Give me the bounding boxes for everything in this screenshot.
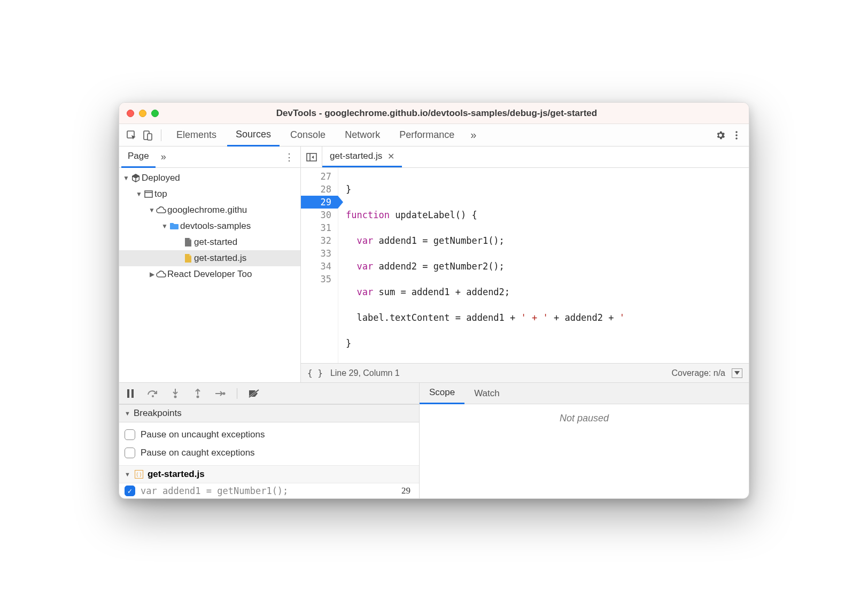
breakpoint-file-header[interactable]: ▼ ⟨⟩ get-started.js — [119, 465, 419, 483]
js-file-icon — [182, 253, 194, 263]
debugger-left: ▼ Breakpoints Pause on uncaught exceptio… — [119, 383, 420, 498]
breakpoint-code: var addend1 = getNumber1(); — [141, 486, 288, 496]
file-tab-get-started-js[interactable]: get-started.js ✕ — [322, 147, 402, 167]
breakpoint-entry[interactable]: ✓ var addend1 = getNumber1(); 29 — [119, 483, 419, 498]
collapse-arrow-icon: ▶ — [148, 271, 156, 278]
editor-panel: get-started.js ✕ 27 28 29 30 31 32 33 34… — [301, 147, 749, 382]
breakpoint-line-number: 29 — [401, 486, 414, 496]
more-tabs-chevron-icon[interactable]: » — [465, 129, 482, 141]
tree-label: get-started.js — [194, 253, 246, 264]
deactivate-breakpoints-icon[interactable] — [248, 388, 260, 399]
expand-arrow-icon: ▼ — [161, 222, 168, 230]
line-gutter[interactable]: 27 28 29 30 31 32 33 34 35 — [301, 168, 338, 363]
breakpoint-file-icon: ⟨⟩ — [135, 470, 143, 479]
tab-sources[interactable]: Sources — [227, 124, 280, 147]
settings-gear-icon[interactable] — [714, 128, 727, 142]
svg-point-12 — [152, 395, 154, 397]
tree-label: devtools-samples — [180, 221, 251, 232]
editor-tabs: get-started.js ✕ — [301, 147, 749, 168]
tree-node-domain[interactable]: ▼ googlechrome.githu — [119, 202, 300, 218]
tree-node-folder[interactable]: ▼ devtools-samples — [119, 218, 300, 234]
debugger-panel: ▼ Breakpoints Pause on uncaught exceptio… — [119, 382, 749, 498]
pause-uncaught-row[interactable]: Pause on uncaught exceptions — [125, 426, 414, 444]
more-navigator-tabs-icon[interactable]: » — [156, 151, 172, 163]
checkbox-caught[interactable] — [125, 448, 135, 458]
tab-network[interactable]: Network — [336, 124, 389, 147]
coverage-dropdown-icon[interactable] — [732, 368, 742, 378]
code-content[interactable]: } function updateLabel() { var addend1 =… — [338, 168, 749, 363]
scope-tabs: Scope Watch — [420, 383, 749, 404]
expand-arrow-icon: ▼ — [148, 206, 156, 214]
step-into-icon[interactable] — [169, 388, 181, 399]
deployed-icon — [130, 173, 142, 183]
file-tab-label: get-started.js — [330, 151, 382, 161]
expand-arrow-icon: ▼ — [122, 174, 130, 182]
tree-node-deployed[interactable]: ▼ Deployed — [119, 170, 300, 186]
debugger-controls — [119, 383, 419, 404]
svg-point-3 — [735, 131, 738, 133]
divider — [161, 129, 161, 141]
collapse-arrow-icon: ▼ — [125, 471, 130, 477]
svg-point-5 — [735, 137, 738, 140]
breakpoints-title: Breakpoints — [134, 408, 182, 419]
collapse-arrow-icon: ▼ — [125, 410, 130, 417]
navigator-panel: Page » ⋮ ▼ Deployed ▼ top ▼ goog — [119, 147, 301, 382]
step-out-icon[interactable] — [192, 388, 204, 399]
debugger-right: Scope Watch Not paused — [420, 383, 749, 498]
kebab-menu-icon[interactable] — [730, 128, 743, 142]
devtools-window: DevTools - googlechrome.github.io/devtoo… — [119, 102, 749, 499]
code-editor[interactable]: 27 28 29 30 31 32 33 34 35 } function up… — [301, 168, 749, 363]
tree-label: React Developer Too — [167, 269, 252, 280]
tree-node-react[interactable]: ▶ React Developer Too — [119, 266, 300, 282]
frame-icon — [143, 190, 154, 198]
tree-label: top — [154, 189, 167, 199]
content-area: Page » ⋮ ▼ Deployed ▼ top ▼ goog — [119, 147, 749, 382]
tab-elements[interactable]: Elements — [168, 124, 225, 147]
titlebar: DevTools - googlechrome.github.io/devtoo… — [119, 103, 749, 124]
breakpoint-file-name: get-started.js — [148, 469, 205, 480]
breakpoints-body: Pause on uncaught exceptions Pause on ca… — [119, 422, 419, 465]
device-toolbar-icon[interactable] — [141, 128, 154, 142]
svg-rect-10 — [127, 389, 129, 398]
cursor-position: Line 29, Column 1 — [330, 368, 400, 378]
cloud-icon — [156, 271, 167, 278]
watch-tab[interactable]: Watch — [464, 383, 509, 404]
svg-rect-11 — [131, 389, 134, 398]
pause-uncaught-label: Pause on uncaught exceptions — [141, 429, 265, 440]
tree-node-top[interactable]: ▼ top — [119, 186, 300, 202]
checkbox-breakpoint[interactable]: ✓ — [125, 486, 135, 496]
step-over-icon[interactable] — [147, 388, 159, 399]
tree-node-file-html[interactable]: get-started — [119, 234, 300, 250]
close-tab-icon[interactable]: ✕ — [387, 151, 394, 161]
navigator-toggle-icon[interactable] — [301, 147, 322, 167]
tab-console[interactable]: Console — [282, 124, 334, 147]
coverage-label: Coverage: n/a — [671, 368, 725, 378]
editor-status-bar: { } Line 29, Column 1 Coverage: n/a — [301, 363, 749, 382]
scope-tab[interactable]: Scope — [420, 383, 464, 404]
breakpoints-header[interactable]: ▼ Breakpoints — [119, 404, 419, 422]
checkbox-uncaught[interactable] — [125, 429, 135, 440]
file-tree: ▼ Deployed ▼ top ▼ googlechrome.githu ▼ — [119, 168, 300, 382]
svg-point-15 — [223, 392, 226, 395]
tab-performance[interactable]: Performance — [391, 124, 463, 147]
not-paused-message: Not paused — [420, 404, 749, 498]
pause-caught-row[interactable]: Pause on caught exceptions — [125, 444, 414, 462]
file-icon — [182, 237, 194, 247]
inspect-element-icon[interactable] — [125, 128, 138, 142]
cloud-icon — [156, 206, 167, 214]
svg-rect-6 — [145, 191, 152, 197]
tree-node-file-js[interactable]: get-started.js — [119, 250, 300, 266]
step-icon[interactable] — [214, 388, 226, 399]
expand-arrow-icon: ▼ — [135, 190, 143, 198]
tree-label: Deployed — [142, 173, 180, 183]
pause-resume-icon[interactable] — [125, 388, 136, 399]
tree-label: get-started — [194, 237, 237, 248]
page-tab[interactable]: Page — [121, 147, 156, 168]
breakpoint-marker[interactable]: 29 — [301, 196, 338, 209]
svg-point-13 — [174, 395, 177, 398]
pretty-print-icon[interactable]: { } — [307, 368, 323, 378]
pause-caught-label: Pause on caught exceptions — [141, 448, 255, 458]
svg-point-4 — [735, 134, 738, 136]
navigator-menu-icon[interactable]: ⋮ — [278, 151, 300, 163]
svg-point-14 — [197, 395, 199, 398]
